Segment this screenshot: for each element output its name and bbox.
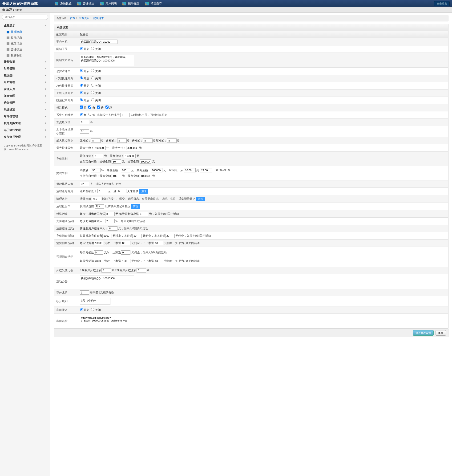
logout-button[interactable]: 安全退出 [434,1,450,6]
menu-item[interactable]: 提现记录 [7,35,48,41]
col-item: 配置项目 [54,31,77,38]
panel-title: 系统设置 [54,24,448,31]
action-bar: 保存修改设置 重置 [54,329,448,337]
clear-data2-button[interactable]: 清理 [131,204,140,209]
menu-group-5[interactable]: 管理人员+ [2,86,48,93]
save-button[interactable]: 保存修改设置 [413,330,434,336]
platform-name-input[interactable] [80,40,118,44]
menu-group-3[interactable]: 数据统计+ [2,72,48,79]
col-value: 配置值 [77,31,448,38]
breadcrumb-current[interactable]: 提现请求 [93,17,104,20]
menu-group-9[interactable]: 站内信管理+ [2,113,48,120]
menu-item-icon [7,36,9,39]
menu-group-4[interactable]: 用户管理+ [2,79,48,86]
nav-icon [122,2,126,5]
menu-item[interactable]: 帐变明细 [7,53,48,58]
user-bar: 欢迎： admin [0,7,452,13]
breadcrumb-mid[interactable]: 业务流水 [79,17,89,20]
menu-group-12[interactable]: 夺宝奇兵管理+ [2,134,48,140]
nav-user-list[interactable]: 用户列表 [97,2,120,6]
menu-group-11[interactable]: 电子银行管理+ [2,127,48,134]
menu-group-1[interactable]: 开奖数据+ [2,58,48,65]
sidebar: 业务流水–提现请求提现记录充值记录普通投注帐变明细开奖数据+时间管理+数据统计+… [0,13,50,476]
site-switch-on[interactable] [80,47,83,50]
menu-group-2[interactable]: 时间管理+ [2,65,48,72]
nav-account-recharge[interactable]: 账号充值 [120,2,142,6]
cs-link-textarea[interactable] [80,315,134,327]
breadcrumb: 当前位置： 首页 〉 业务流水 〉 提现请求 [54,15,448,21]
site-switch-off[interactable] [91,47,94,50]
nav-clear-cache[interactable]: 清空缓存 [142,2,165,6]
menu-item-icon [7,54,9,57]
total-bet-off[interactable] [91,69,94,72]
menu-group-8[interactable]: 系统设置+ [2,106,48,113]
nav-icon [100,2,104,5]
breadcrumb-home[interactable]: 首页 [70,17,75,20]
config-table: 配置项目配置值 平台名称 网站开关 开启 关闭 网站关闭公告 总投注开关 开启 … [54,31,448,329]
logo: 开源之家娱乐管理系统 [2,1,52,6]
search-input[interactable] [2,15,48,20]
nav-icon [55,2,58,5]
menu-item-icon [7,48,9,51]
menu-item-icon [7,31,9,34]
nav-icon [145,2,149,5]
menu-group-10[interactable]: 积分兑换管理+ [2,120,48,127]
nav-system-settings[interactable]: 系统设置 [52,2,74,6]
user-icon [2,8,5,11]
nav-normal-bet[interactable]: 普通投注 [74,2,97,6]
welcome-label: 欢迎： [6,8,15,12]
copyright: Copyright © 62模板网娱乐管理系统：www.62code.com [2,140,48,154]
total-bet-on[interactable] [80,69,83,72]
menu-item[interactable]: 普通投注 [7,47,48,53]
menu-group-6[interactable]: 佣金管理+ [2,93,48,99]
menu-group-7[interactable]: 分红管理+ [2,99,48,106]
menu-item[interactable]: 充值记录 [7,41,48,47]
menu-group-0[interactable]: 业务流水– [2,22,48,29]
settings-panel: 系统设置 配置项目配置值 平台名称 网站开关 开启 关闭 网站关闭公告 总投注开… [54,24,448,329]
topbar: 开源之家娱乐管理系统 系统设置 普通投注 用户列表 账号充值 清空缓存 安全退出 [0,0,452,7]
clear-account-button[interactable]: 清理 [139,189,148,194]
close-notice-textarea[interactable] [80,54,134,66]
clear-data-button[interactable]: 清理 [196,197,205,201]
menu-item-icon [7,42,9,45]
nav-icon [77,2,81,5]
username: admin [15,8,23,12]
reset-button[interactable]: 重置 [436,330,446,336]
menu-item[interactable]: 提现请求 [7,29,48,35]
main-content: 当前位置： 首页 〉 业务流水 〉 提现请求 系统设置 配置项目配置值 平台名称… [50,13,452,476]
scroll-notice-textarea[interactable] [80,275,134,287]
point-rule-textarea[interactable] [80,298,110,305]
top-nav: 系统设置 普通投注 用户列表 账号充值 清空缓存 [52,2,434,6]
